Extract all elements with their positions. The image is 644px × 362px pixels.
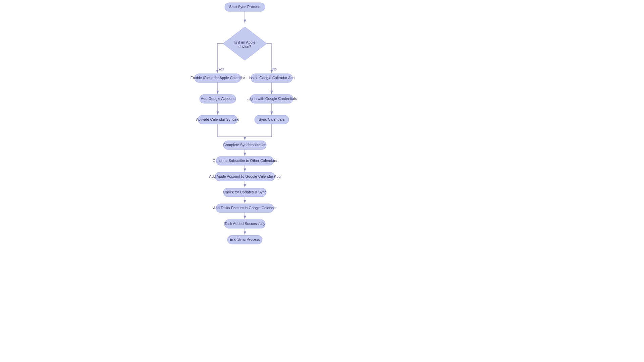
decision-label: Is it an Apple [234, 40, 256, 44]
check-updates-label: Check for Updates & Sync [223, 190, 267, 194]
decision-label2: device? [238, 45, 251, 49]
login-google-label: Log in with Google Credentials [247, 97, 297, 101]
task-added-label: Task Added Successfully [224, 222, 265, 226]
end-label: End Sync Process [230, 237, 260, 241]
flowchart-container: Start Sync Process Is it an Apple device… [0, 0, 644, 362]
enable-icloud-label: Enable iCloud for Apple Calendar [191, 76, 245, 80]
yes-label: Yes [218, 67, 224, 71]
add-tasks-label: Add Tasks Feature in Google Calendar [213, 206, 277, 210]
start-label: Start Sync Process [229, 5, 261, 9]
add-google-account-label: Add Google Account [201, 97, 234, 101]
add-apple-account-label: Add Apple Account to Google Calendar App [209, 174, 281, 178]
install-google-label: Install Google Calendar App [249, 76, 295, 80]
no-label: No [272, 67, 277, 71]
activate-sync-label: Activate Calendar Syncing [196, 117, 239, 121]
complete-sync-label: Complete Synchronization [223, 143, 266, 147]
sync-calendars-label: Sync Calendars [259, 117, 285, 121]
option-subscribe-label: Option to Subscribe to Other Calendars [213, 159, 277, 163]
